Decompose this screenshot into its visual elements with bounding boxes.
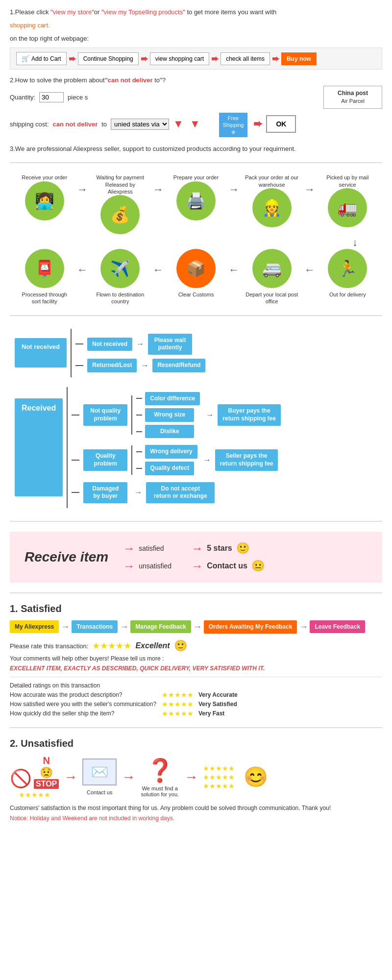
process-icon-r3: ✈️ <box>100 249 140 288</box>
stop-sign-icon: STOP <box>34 779 59 789</box>
arrow-p2: → <box>153 183 164 196</box>
arrow1: ➨ <box>69 53 76 64</box>
arrow-p1: → <box>77 183 88 196</box>
damaged-buyer-box: Damaged by buyer <box>83 482 127 503</box>
view-cart-btn[interactable]: view shopping cart <box>150 52 209 65</box>
process-label-r2: Clear Customs <box>178 291 214 298</box>
van-icon: 🚐 <box>262 259 282 278</box>
seller-pays: Seller pays the return shipping fee <box>215 449 278 470</box>
process-item-3: Pack your order at our warehouse 👷 <box>245 171 299 227</box>
find-solution-text: We must find a solution for you. <box>140 785 179 797</box>
process-item-0: Receive your order 👩‍💻 <box>18 171 72 220</box>
view-topselling-link[interactable]: "view my Topselling products" <box>101 8 185 16</box>
process-label-3: Pack your order at our warehouse <box>245 174 299 188</box>
step-orders-awaiting[interactable]: Orders Awaiting My Feedback <box>204 620 297 634</box>
excellent-comment: EXCELLENT ITEM, EXACTLY AS DESCRIBED, QU… <box>10 665 382 672</box>
resolution-chart: Not received Not received → Please wait … <box>10 324 382 513</box>
arrow-r2: ← <box>228 264 239 276</box>
not-quality-box: Not quality problem <box>83 404 127 425</box>
process-item-1: Waiting for payment Released by Aliexpre… <box>93 171 147 234</box>
contact-us-label: Contact us <box>87 789 113 795</box>
quantity-row: Quantity: piece s China post Air Parcel <box>10 86 382 108</box>
unsatisfied-arrow: → <box>123 559 135 573</box>
shopping-steps: Add to Cart ➨ Continue Shopping ➨ view s… <box>10 48 382 70</box>
satisfied-text: satisfied <box>139 544 164 552</box>
step-my-aliexpress[interactable]: My Aliexpress <box>10 620 59 633</box>
color-diff: Color difference <box>145 392 200 406</box>
step-transactions[interactable]: Transactions <box>72 620 118 633</box>
email-item: ✉️ Contact us <box>82 759 117 795</box>
process-item-r2: 📦 Clear Customs <box>169 249 223 298</box>
step-arrow2: → <box>120 622 128 632</box>
rating-stars-2: ★★★★★ <box>162 710 194 717</box>
divider2 <box>10 315 382 316</box>
unsat-flow: 🚫 N 😟 STOP ★★★★★ → ✉️ Contact us <box>10 755 382 799</box>
detailed-label: Detailed ratings on this transaction <box>10 682 382 689</box>
add-to-cart-btn[interactable]: Add to Cart <box>16 52 67 65</box>
section1-intro: 1.Please click <box>10 8 50 16</box>
shipping-arrow2: ▼ <box>190 118 200 130</box>
arrow2: ➨ <box>141 53 148 64</box>
arrow-p3: → <box>228 183 239 196</box>
divider5 <box>10 727 382 728</box>
plane-icon: ✈️ <box>110 259 130 278</box>
view-store-link[interactable]: "view my store" <box>50 8 94 16</box>
unsat-arrow3: → <box>184 769 198 785</box>
please-wait: Please wait patiently <box>148 334 192 355</box>
china-post-box: China post Air Parcel <box>323 86 382 108</box>
mail-icon: 📮 <box>35 259 54 278</box>
result-stars-3: ★★★★★ <box>203 782 235 790</box>
china-post-subtitle: Air Parcel <box>341 98 365 105</box>
rating-row-1: How satisfied were you with the seller's… <box>10 700 382 708</box>
rate-row: Please rate this transaction: ★★★★★ Exce… <box>10 639 382 652</box>
wrong-size: Wrong size <box>145 408 194 422</box>
buy-now-btn[interactable]: Buy now <box>281 52 317 65</box>
smiley-worry: 😟 <box>40 766 53 779</box>
step-arrow1: → <box>61 622 70 632</box>
ratings-divider <box>10 677 382 677</box>
top-right-text: on the top right of webpage: <box>10 34 382 44</box>
continue-shopping-btn[interactable]: Continue Shopping <box>78 52 139 65</box>
section1-text: 1.Please click "view my store"or "view m… <box>10 7 382 18</box>
receive-section: Receive item → satisfied → unsatisfied →… <box>10 532 382 583</box>
process-label-1: Waiting for payment Released by Aliexpre… <box>93 174 147 195</box>
neutral-smiley: 😐 <box>251 560 265 572</box>
contact-us-text: Contact us <box>207 562 247 570</box>
arrow3: ➨ <box>211 53 219 64</box>
rating-value-0: Very Accurate <box>198 691 238 698</box>
excellent-text: Excellent <box>135 641 170 650</box>
stars-row1: ★★★★★ <box>19 791 50 799</box>
process-row1: Receive your order 👩‍💻 → Waiting for pay… <box>15 171 377 234</box>
rating-value-2: Very Fast <box>198 710 224 717</box>
process-item-2: Prepare your order 🖨️ <box>169 171 223 220</box>
five-stars-text: 5 stars <box>207 544 232 553</box>
process-label-r1: Depart your local post office <box>245 291 299 305</box>
step-leave-feedback[interactable]: Leave Feedback <box>310 620 365 633</box>
shipping-select[interactable]: unied states via <box>111 119 169 130</box>
arrow-r4: ← <box>77 264 88 276</box>
customs-icon: 📦 <box>186 259 206 278</box>
steps-bar: My Aliexpress → Transactions → Manage Fe… <box>10 620 382 634</box>
contact-us-arrow: → <box>191 559 203 573</box>
no-entry-icon: 🚫 <box>10 768 32 789</box>
divider3 <box>10 521 382 522</box>
ok-button[interactable]: OK <box>266 115 296 133</box>
wrong-delivery: Wrong delivery <box>145 445 197 459</box>
quantity-input[interactable] <box>39 92 64 102</box>
unsat-stop-item: 🚫 N 😟 STOP ★★★★★ <box>10 755 59 799</box>
dislike: Dislike <box>145 425 194 439</box>
do-not-accept: Do not accept return or exchange <box>146 482 215 503</box>
ratings-table: Detailed ratings on this transaction How… <box>10 682 382 717</box>
not-received-main: Not received <box>15 338 67 368</box>
check-items-btn[interactable]: check all items <box>220 52 270 65</box>
question-item: ❓ We must find a solution for you. <box>140 757 179 797</box>
rating-label-0: How accurate was the product description… <box>10 691 157 698</box>
step-arrow3: → <box>193 622 202 632</box>
process-icon-1: 💰 <box>100 195 140 234</box>
step-manage-feedback[interactable]: Manage Feedback <box>130 620 191 633</box>
arrow-r3: ← <box>153 264 164 276</box>
result-stars-group: ★★★★★ ★★★★★ ★★★★★ <box>203 764 235 790</box>
down-arrow: ↓ <box>10 236 358 249</box>
process-label-4: Picked up by mail service <box>320 174 374 188</box>
section3: 3.We are professional Aliexpress seller,… <box>10 144 382 154</box>
